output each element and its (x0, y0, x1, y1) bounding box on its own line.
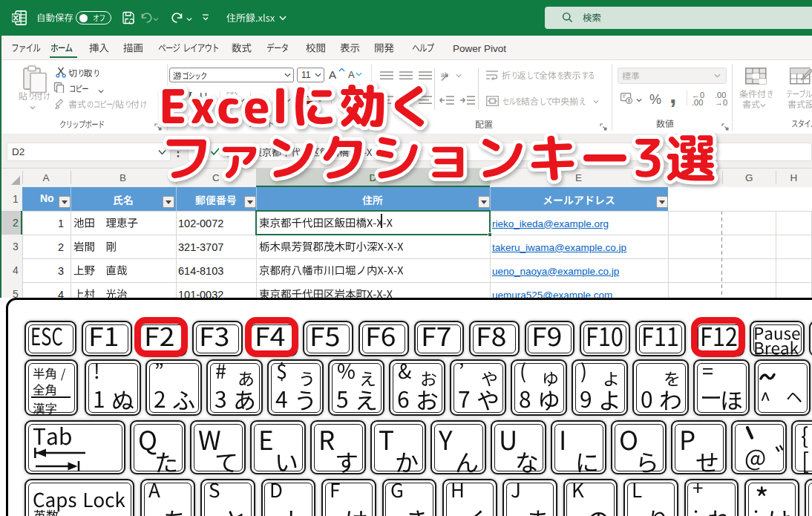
svg-text:ab: ab (441, 71, 448, 79)
